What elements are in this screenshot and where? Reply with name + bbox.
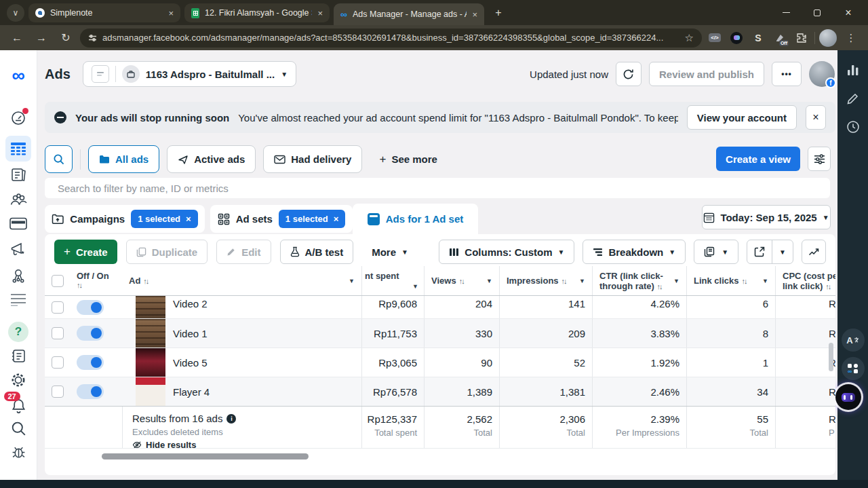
close-button[interactable]: × <box>833 0 864 25</box>
maximize-button[interactable] <box>802 0 833 25</box>
minimize-button[interactable] <box>770 0 802 25</box>
create-button[interactable]: +Create <box>54 240 117 264</box>
column-header-impressions[interactable]: Impressions↑↓▼ <box>499 266 592 295</box>
column-header-ctr[interactable]: CTR (link click-through rate) ↑↓▼ <box>592 266 686 295</box>
edit-button[interactable]: Edit <box>216 240 271 264</box>
adsets-selected-badge[interactable]: 1 selected× <box>279 210 345 228</box>
tab-close-icon[interactable]: × <box>317 8 323 18</box>
hide-results-button[interactable]: Hide results <box>132 440 196 448</box>
select-all-checkbox[interactable] <box>52 275 64 287</box>
tab-close-icon[interactable]: × <box>472 10 477 20</box>
bookmark-star-icon[interactable]: ☆ <box>685 32 694 44</box>
advertise-megaphone-icon[interactable] <box>0 242 37 257</box>
monica-extension-icon[interactable] <box>728 29 745 47</box>
tab-close-icon[interactable]: × <box>168 8 174 18</box>
export-button[interactable] <box>747 240 772 263</box>
more-button[interactable]: More▼ <box>368 240 412 264</box>
filter-active-ads[interactable]: Active ads <box>167 145 256 173</box>
view-settings-icon[interactable] <box>808 147 831 171</box>
banner-close-icon[interactable]: × <box>806 105 826 130</box>
ads-reporting-icon[interactable] <box>0 167 37 182</box>
ad-status-toggle[interactable] <box>77 355 104 370</box>
filter-had-delivery[interactable]: Had delivery <box>263 145 362 173</box>
insights-chart-icon[interactable] <box>837 64 868 76</box>
table-row[interactable]: Flayer 4 Rp76,578 1,389 1,381 2.46% 34 R <box>45 377 835 407</box>
browser-tab-simplenote[interactable]: Simplenote × <box>28 3 180 22</box>
export-options-button[interactable]: ▼ <box>772 240 793 263</box>
account-overview-icon[interactable] <box>0 110 37 126</box>
review-publish-button[interactable]: Review and publish <box>649 62 764 86</box>
notifications-bell-icon[interactable]: 27 <box>0 398 37 413</box>
browser-tab-sheets[interactable]: 12. Fikri Alamsyah - Google She × <box>184 3 330 22</box>
column-header-off-on[interactable]: Off / On↑↓ <box>70 266 122 295</box>
s-extension-icon[interactable]: S <box>749 29 767 47</box>
meta-apps-icon[interactable]: ∞ <box>837 357 868 380</box>
badge-clear-icon[interactable]: × <box>186 214 191 224</box>
create-view-button[interactable]: Create a view <box>716 147 800 171</box>
column-header-link-clicks[interactable]: Link clicks↑↓▼ <box>686 266 775 295</box>
ad-status-toggle[interactable] <box>77 326 104 341</box>
search-nav-icon[interactable] <box>0 421 37 436</box>
column-header-ad[interactable]: Ad↑↓▼ <box>122 266 361 295</box>
reports-button[interactable]: ▼ <box>694 240 738 264</box>
help-icon[interactable]: ? <box>0 322 37 342</box>
campaigns-nav-icon[interactable] <box>0 136 37 162</box>
browser-profile-avatar[interactable] <box>819 29 837 47</box>
devtools-extension-icon[interactable]: </> <box>706 29 724 47</box>
more-options-button[interactable]: ••• <box>772 62 802 86</box>
ad-status-toggle[interactable] <box>77 300 104 315</box>
browser-menu-icon[interactable]: ⋮ <box>841 28 861 48</box>
chart-view-button[interactable] <box>802 240 826 264</box>
date-range-picker[interactable]: Today: Sep 15, 2025 ▼ <box>702 205 831 229</box>
search-input[interactable] <box>45 178 830 198</box>
tab-ad-sets[interactable]: Ad sets 1 selected× <box>210 205 353 233</box>
table-row[interactable]: Video 1 Rp11,753 330 209 3.83% 8 R <box>45 319 835 348</box>
ad-account-selector[interactable]: 1163 Adspro - Baitulmall ... ▼ <box>83 61 296 87</box>
browser-tab-ads-manager[interactable]: ∞ Ads Manager - Manage ads - A × <box>334 3 484 25</box>
billing-icon[interactable] <box>0 217 37 230</box>
address-bar[interactable]: adsmanager.facebook.com/adsmanager/manag… <box>80 29 702 48</box>
duplicate-button[interactable]: Duplicate <box>126 240 208 264</box>
ad-name[interactable]: Flayer 4 <box>173 386 210 398</box>
translate-icon[interactable]: A <box>837 329 868 352</box>
user-avatar[interactable]: f <box>809 61 835 87</box>
table-row[interactable]: Video 5 Rp3,065 90 52 1.92% 1 R <box>45 348 835 377</box>
all-tools-menu-icon[interactable] <box>0 293 37 306</box>
ad-status-toggle[interactable] <box>77 384 104 399</box>
column-header-amount-spent[interactable]: nt spent▼ <box>361 266 424 295</box>
vertical-scrollbar[interactable] <box>829 343 833 371</box>
settings-gear-icon[interactable] <box>0 372 37 388</box>
horizontal-scrollbar[interactable] <box>102 453 309 459</box>
column-header-views[interactable]: Views↑↓▼ <box>424 266 499 295</box>
ab-test-button[interactable]: A/B test <box>280 240 354 264</box>
tab-campaigns[interactable]: Campaigns 1 selected× <box>45 205 205 233</box>
tab-ads-active[interactable]: Ads for 1 Ad set <box>353 204 478 234</box>
campaigns-selected-badge[interactable]: 1 selected× <box>131 210 197 228</box>
meta-logo-icon[interactable]: ∞ <box>0 67 37 85</box>
history-clock-icon[interactable] <box>837 120 868 134</box>
row-checkbox[interactable] <box>52 327 64 339</box>
refresh-button[interactable] <box>616 62 642 86</box>
ad-name[interactable]: Video 5 <box>173 357 208 369</box>
row-checkbox[interactable] <box>52 386 64 398</box>
badge-clear-icon[interactable]: × <box>334 214 339 224</box>
filter-search-button[interactable] <box>45 145 73 173</box>
column-header-cpc[interactable]: CPC (cost pelink click)↑↓ <box>775 266 835 295</box>
tab-search-icon[interactable]: ∨ <box>7 4 24 22</box>
forward-icon[interactable]: → <box>31 28 52 48</box>
view-account-button[interactable]: View your account <box>687 105 797 130</box>
extensions-puzzle-icon[interactable] <box>793 29 810 47</box>
site-info-icon[interactable] <box>88 34 97 42</box>
row-checkbox[interactable] <box>52 301 64 314</box>
columns-button[interactable]: Columns: Custom▼ <box>439 240 574 264</box>
reload-icon[interactable]: ↻ <box>56 28 76 48</box>
row-checkbox[interactable] <box>52 356 64 369</box>
ad-name[interactable]: Video 2 <box>173 296 208 309</box>
see-more-button[interactable]: + See more <box>379 153 437 166</box>
audiences-icon[interactable] <box>0 193 37 206</box>
off-extension-icon[interactable]: Off <box>771 29 789 47</box>
page-posts-icon[interactable] <box>0 349 37 363</box>
table-row[interactable]: Video 2 Rp9,608 204 141 4.26% 6 R <box>45 296 835 319</box>
back-icon[interactable]: ← <box>7 28 27 48</box>
filter-all-ads[interactable]: All ads <box>88 145 159 173</box>
